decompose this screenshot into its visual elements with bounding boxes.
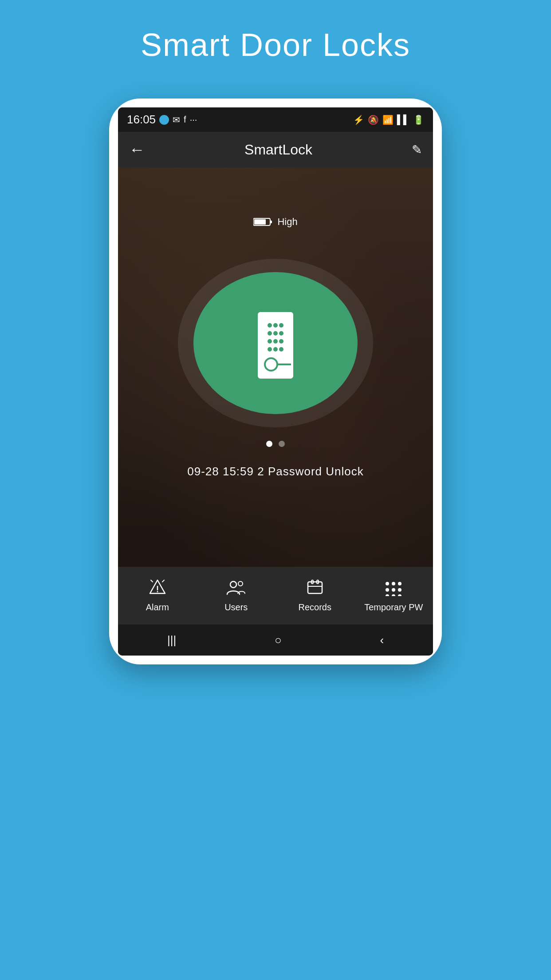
- svg-rect-2: [270, 221, 272, 223]
- battery-label: High: [277, 216, 297, 228]
- svg-point-5: [273, 323, 278, 328]
- app-title: SmartLock: [244, 142, 312, 158]
- status-email-icon: ✉: [173, 115, 180, 125]
- android-home-button[interactable]: ○: [275, 633, 282, 647]
- svg-point-14: [273, 347, 278, 352]
- nav-users[interactable]: Users: [197, 579, 276, 612]
- svg-point-23: [238, 581, 243, 586]
- svg-point-7: [268, 331, 272, 336]
- svg-point-34: [386, 594, 389, 596]
- svg-point-22: [230, 581, 236, 588]
- lock-icon: [247, 299, 304, 387]
- lock-green-circle[interactable]: [193, 272, 358, 414]
- pagination: [266, 441, 285, 447]
- svg-line-21: [162, 580, 164, 582]
- records-label: Records: [299, 602, 331, 612]
- activity-log: 09-28 15:59 2 Password Unlock: [178, 456, 373, 487]
- nav-temp-pw[interactable]: Temporary PW: [354, 579, 433, 612]
- svg-point-10: [268, 339, 272, 344]
- nav-records[interactable]: Records: [276, 579, 354, 612]
- users-icon: [226, 579, 246, 599]
- svg-point-4: [268, 323, 272, 328]
- status-bar: 16:05 ✉ f ··· ⚡ 🔕 📶 ▌▌ 🔋: [118, 107, 433, 132]
- temp-pw-icon: [384, 579, 403, 599]
- phone-screen: 16:05 ✉ f ··· ⚡ 🔕 📶 ▌▌ 🔋 ← SmartLock ✎: [118, 107, 433, 656]
- pagination-dot-2: [279, 441, 285, 447]
- android-back-button[interactable]: ‹: [380, 633, 384, 647]
- pagination-dot-1: [266, 441, 272, 447]
- android-menu-button[interactable]: |||: [167, 633, 176, 647]
- alarm-icon: [148, 579, 167, 599]
- wifi-icon: 📶: [382, 115, 394, 125]
- device-info-row: High: [242, 212, 308, 232]
- svg-point-8: [273, 331, 278, 336]
- svg-point-28: [386, 582, 389, 585]
- phone-frame: 16:05 ✉ f ··· ⚡ 🔕 📶 ▌▌ 🔋 ← SmartLock ✎: [109, 99, 442, 664]
- svg-point-15: [279, 347, 283, 352]
- status-dot-blue: [159, 115, 169, 125]
- signal-icon: ▌▌: [397, 115, 409, 125]
- status-left: 16:05 ✉ f ···: [127, 113, 197, 126]
- bottom-nav: Alarm Users: [118, 567, 433, 624]
- svg-point-32: [392, 588, 395, 592]
- status-fb-icon: f: [184, 115, 186, 125]
- main-content: High: [118, 167, 433, 567]
- battery-status-icon: 🔋: [413, 115, 424, 125]
- svg-point-36: [398, 594, 401, 596]
- svg-line-20: [151, 580, 153, 582]
- svg-point-33: [398, 588, 401, 592]
- svg-rect-24: [308, 582, 322, 593]
- svg-rect-1: [254, 219, 266, 225]
- users-label: Users: [224, 602, 248, 612]
- svg-point-11: [273, 339, 278, 344]
- edit-button[interactable]: ✎: [412, 142, 422, 157]
- svg-point-31: [386, 588, 389, 592]
- volume-icon: 🔕: [368, 115, 379, 125]
- android-nav: ||| ○ ‹: [118, 624, 433, 656]
- svg-point-29: [392, 582, 395, 585]
- records-icon: [306, 579, 324, 599]
- nav-alarm[interactable]: Alarm: [118, 579, 197, 612]
- page-title: Smart Door Locks: [141, 27, 410, 63]
- status-more-icon: ···: [190, 115, 197, 125]
- back-button[interactable]: ←: [129, 140, 145, 159]
- svg-point-6: [279, 323, 283, 328]
- alarm-label: Alarm: [146, 602, 169, 612]
- bluetooth-icon: ⚡: [353, 115, 364, 125]
- svg-point-9: [279, 331, 283, 336]
- battery-icon: [253, 217, 273, 227]
- lock-container[interactable]: 09-28 15:59 2 Password Unlock: [178, 232, 373, 523]
- svg-point-35: [392, 594, 395, 596]
- svg-point-13: [268, 347, 272, 352]
- temp-pw-label: Temporary PW: [364, 602, 423, 612]
- status-right: ⚡ 🔕 📶 ▌▌ 🔋: [353, 115, 424, 125]
- outer-ring: [178, 259, 373, 427]
- svg-point-19: [157, 591, 158, 592]
- app-header: ← SmartLock ✎: [118, 132, 433, 167]
- svg-point-30: [398, 582, 401, 585]
- svg-point-12: [279, 339, 283, 344]
- status-time: 16:05: [127, 113, 156, 126]
